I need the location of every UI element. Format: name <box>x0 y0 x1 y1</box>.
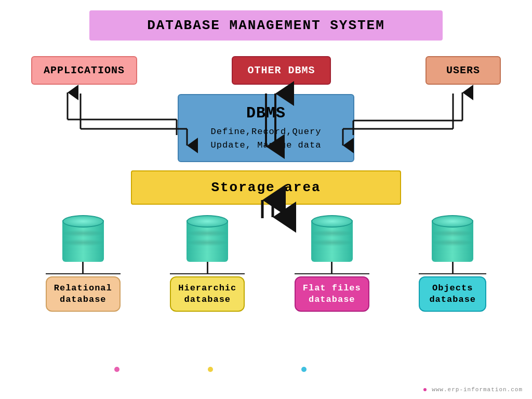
top-row: APPLICATIONS OTHER DBMS USERS <box>10 56 522 85</box>
hierarchic-db-wrapper: Hierarchicdatabase <box>170 215 245 312</box>
dot-blue-1 <box>301 367 307 372</box>
dot-yellow-1 <box>208 367 213 372</box>
storage-section: Storage area <box>10 170 522 205</box>
flatfiles-label: Flat filesdatabase <box>295 276 369 312</box>
dbms-subtitle: Define,Record,Query Update, Manage data <box>200 125 332 152</box>
relational-db-wrapper: Relationaldatabase <box>46 215 121 312</box>
applications-box: APPLICATIONS <box>31 56 137 85</box>
other-dbms-box: OTHER DBMS <box>232 56 330 85</box>
hierarchic-cylinder <box>187 215 228 262</box>
title-box: DATABASE MANAGEMENT SYSTEM <box>89 10 443 41</box>
hierarchic-label: Hierarchicdatabase <box>170 276 245 312</box>
bottom-row: Relationaldatabase Hierarchicdatabase <box>10 215 522 312</box>
dbms-box: DBMS Define,Record,Query Update, Manage … <box>178 94 354 162</box>
middle-section: DBMS Define,Record,Query Update, Manage … <box>10 94 522 162</box>
relational-label: Relationaldatabase <box>46 276 121 312</box>
objects-db-wrapper: Objectsdatabase <box>419 215 486 312</box>
diagram-container: DATABASE MANAGEMENT SYSTEM APPLICATIONS … <box>0 0 532 399</box>
flatfiles-db-wrapper: Flat filesdatabase <box>295 215 369 312</box>
main-title: DATABASE MANAGEMENT SYSTEM <box>147 18 385 33</box>
watermark: www.erp-information.com <box>423 387 523 393</box>
users-box: USERS <box>425 56 501 85</box>
flatfiles-cylinder <box>311 215 353 262</box>
relational-cylinder <box>62 215 104 262</box>
objects-cylinder <box>432 215 473 262</box>
dot-pink-1 <box>114 367 119 372</box>
dbms-title: DBMS <box>200 104 332 122</box>
storage-area-box: Storage area <box>131 170 401 205</box>
objects-label: Objectsdatabase <box>419 276 486 312</box>
